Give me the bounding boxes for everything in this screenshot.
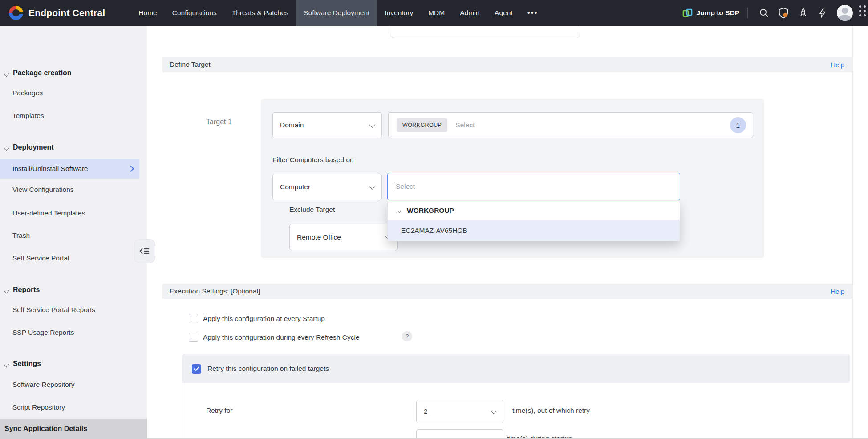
grid-menu-icon[interactable] [859,5,868,20]
chevron-down-icon [491,407,497,414]
truncated-top-card [390,26,580,38]
sidebar-item-user-defined-templates[interactable]: User-defined Templates [12,209,85,217]
target-scope-placeholder: Select [455,121,475,129]
define-target-section-bar: Define Target Help [162,57,852,72]
text-cursor [395,182,395,191]
chevron-down-icon [369,183,375,189]
brand[interactable]: Endpoint Central [9,6,105,20]
nav-right-cluster: Jump to SDP [682,0,868,26]
startup-checkbox[interactable] [189,314,198,323]
refresh-cycle-checkbox-label: Apply this configuration during every Re… [203,333,360,341]
search-icon[interactable] [758,7,770,19]
sync-application-title: Sync Application Details [4,425,87,433]
filter-computers-label: Filter Computers based on [272,156,354,164]
workgroup-chip[interactable]: WORKGROUP [397,118,447,132]
sync-application-block: Sync Application Details Sync Now [0,419,147,439]
retry-panel: Retry this configuration on failed targe… [182,354,850,439]
brand-title: Endpoint Central [28,8,105,18]
retry-panel-header: Retry this configuration on failed targe… [182,354,850,383]
execution-settings-title: Execution Settings: [Optional] [170,287,260,295]
jump-to-sdp-button[interactable]: Jump to SDP [682,8,739,18]
computer-dropdown-value: Computer [280,183,310,191]
help-tooltip-icon[interactable]: ? [402,331,412,341]
target-scope-select[interactable]: WORKGROUP Select 1 [388,112,753,138]
nav-item-admin[interactable]: Admin [452,0,487,26]
top-navbar: Endpoint Central Home Configurations Thr… [0,0,868,26]
nav-item-software-deployment[interactable]: Software Deployment [296,0,377,26]
sidebar-item-view-configurations[interactable]: View Configurations [12,186,74,194]
domain-dropdown-value: Domain [280,121,304,129]
retry-for-label: Retry for [206,406,232,415]
sidebar-section-reports[interactable]: Reports [0,286,147,294]
computer-filter-placeholder: Select [396,183,415,191]
user-avatar[interactable] [837,5,853,21]
more-menu-icon[interactable]: ••• [520,0,545,26]
chevron-down-icon [397,207,402,213]
startup-retry-count-dropdown[interactable]: 1 [416,429,503,439]
sidebar-item-self-service-portal[interactable]: Self Service Portal [12,254,69,262]
retry-count-value: 2 [424,407,428,415]
nav-item-threats-patches[interactable]: Threats & Patches [224,0,296,26]
exclude-target-label: Exclude Target [289,206,335,214]
startup-checkbox-label: Apply this configuration at every Startu… [203,315,325,323]
nav-divider [747,8,748,18]
content-right-divider [852,26,853,439]
domain-dropdown[interactable]: Domain [272,112,382,138]
nav-item-agent[interactable]: Agent [487,0,520,26]
chevron-down-icon [369,121,375,127]
popup-group-workgroup[interactable]: WORKGROUP [388,201,680,220]
remote-office-dropdown[interactable]: Remote Office [289,224,398,250]
define-target-title: Define Target [170,61,211,69]
popup-item-label: EC2AMAZ-AV65HGB [401,227,467,235]
section-label: Reports [13,286,40,294]
nav-item-inventory[interactable]: Inventory [377,0,421,26]
popup-item-ec2amaz[interactable]: EC2AMAZ-AV65HGB [388,220,680,241]
sidebar-item-trash[interactable]: Trash [12,232,30,240]
endpoint-central-logo-icon [9,6,23,20]
nav-item-configurations[interactable]: Configurations [165,0,224,26]
sidebar-item-templates[interactable]: Templates [12,112,44,120]
retry-count-dropdown[interactable]: 2 [416,400,503,423]
jump-sdp-icon [682,8,693,18]
section-label: Deployment [13,143,54,151]
target-1-label: Target 1 [206,118,232,126]
section-label: Settings [13,360,41,368]
section-label: Package creation [13,69,72,77]
execution-settings-help-link[interactable]: Help [831,288,844,295]
jump-to-sdp-label: Jump to SDP [697,9,739,17]
chevron-down-icon [4,288,9,293]
remote-office-value: Remote Office [297,233,341,241]
bolt-icon[interactable] [817,7,828,19]
rocket-icon[interactable] [797,7,809,19]
selected-item-label: Install/Uninstall Software [12,165,88,173]
chevron-right-icon [128,166,134,172]
sidebar-section-deployment[interactable]: Deployment [0,143,147,151]
refresh-cycle-checkbox[interactable] [189,333,198,342]
nav-item-mdm[interactable]: MDM [421,0,452,26]
sidebar-item-install-uninstall-software[interactable]: Install/Uninstall Software [0,159,139,179]
sidebar-item-self-service-portal-reports[interactable]: Self Service Portal Reports [12,306,95,314]
chevron-down-icon [4,71,9,77]
sidebar-item-script-repository[interactable]: Script Repository [12,403,65,411]
chevron-down-icon [4,145,9,151]
computer-dropdown-popup: WORKGROUP EC2AMAZ-AV65HGB [387,201,680,241]
nav-item-home[interactable]: Home [131,0,164,26]
sidebar-section-package-creation[interactable]: Package creation [0,69,147,77]
computer-dropdown[interactable]: Computer [272,174,382,200]
security-shield-icon[interactable] [778,7,789,19]
target-count-badge: 1 [730,117,746,133]
sidebar-collapse-button[interactable] [134,240,155,263]
nav-menu: Home Configurations Threats & Patches So… [131,0,545,26]
sidebar-item-packages[interactable]: Packages [12,89,43,97]
retry-checkbox-label: Retry this configuration on failed targe… [207,365,329,373]
sidebar-item-software-repository[interactable]: Software Repository [12,381,75,389]
execution-settings-section-bar: Execution Settings: [Optional] Help [162,284,852,299]
define-target-help-link[interactable]: Help [831,61,844,69]
retry-suffix-text: time(s), out of which retry [512,406,590,415]
sidebar-section-settings[interactable]: Settings [0,360,147,368]
retry-checkbox-checked[interactable] [192,364,201,374]
sidebar-item-ssp-usage-reports[interactable]: SSP Usage Reports [12,329,74,337]
computer-filter-input[interactable]: Select [387,173,680,200]
sidebar: Package creation Packages Templates Depl… [0,26,147,439]
popup-group-label: WORKGROUP [407,207,454,215]
